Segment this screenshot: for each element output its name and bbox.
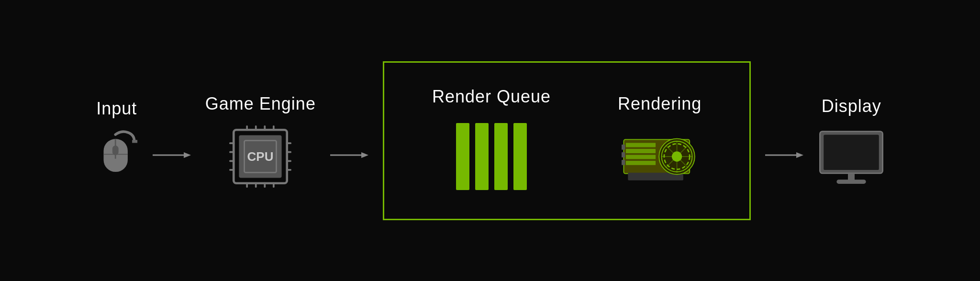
- cpu-icon: CPU: [229, 125, 291, 188]
- stage-display: Display: [818, 96, 885, 185]
- svg-text:CPU: CPU: [247, 149, 274, 164]
- svg-rect-45: [622, 145, 625, 150]
- svg-rect-3: [132, 140, 137, 143]
- svg-rect-53: [837, 180, 866, 184]
- mouse-icon: [95, 130, 138, 183]
- svg-rect-44: [626, 160, 656, 165]
- svg-rect-42: [626, 149, 656, 153]
- render-queue-bars: [456, 118, 527, 195]
- arrow-2: [316, 148, 383, 162]
- svg-marker-28: [361, 152, 368, 158]
- svg-rect-41: [626, 143, 656, 147]
- stage-input-label: Input: [96, 99, 137, 119]
- arrow-1: [138, 148, 205, 162]
- queue-bar-4: [513, 123, 527, 190]
- stage-display-label: Display: [822, 96, 881, 116]
- svg-marker-49: [796, 152, 803, 158]
- svg-rect-2: [112, 146, 119, 155]
- svg-rect-46: [622, 152, 625, 157]
- queue-bar-2: [475, 123, 489, 190]
- stage-rendering-label: Rendering: [618, 94, 702, 114]
- svg-rect-51: [824, 135, 879, 170]
- svg-rect-47: [622, 160, 625, 165]
- stage-render-queue: Render Queue: [408, 77, 575, 204]
- stage-render-queue-label: Render Queue: [432, 87, 551, 107]
- queue-bar-3: [494, 123, 508, 190]
- stage-game-engine: Game Engine CPU: [205, 94, 316, 188]
- gpu-icon: [622, 125, 698, 188]
- stage-input: Input: [95, 99, 138, 183]
- svg-rect-43: [626, 155, 656, 159]
- pipeline-diagram: Input Game Engine: [0, 0, 980, 281]
- queue-bar-1: [456, 123, 469, 190]
- monitor-icon: [818, 128, 885, 185]
- arrow-3: [751, 148, 818, 162]
- stage-rendering: Rendering: [594, 84, 725, 197]
- render-box: Render Queue Rendering: [383, 61, 751, 220]
- stage-game-engine-label: Game Engine: [205, 94, 316, 114]
- svg-marker-6: [184, 152, 191, 158]
